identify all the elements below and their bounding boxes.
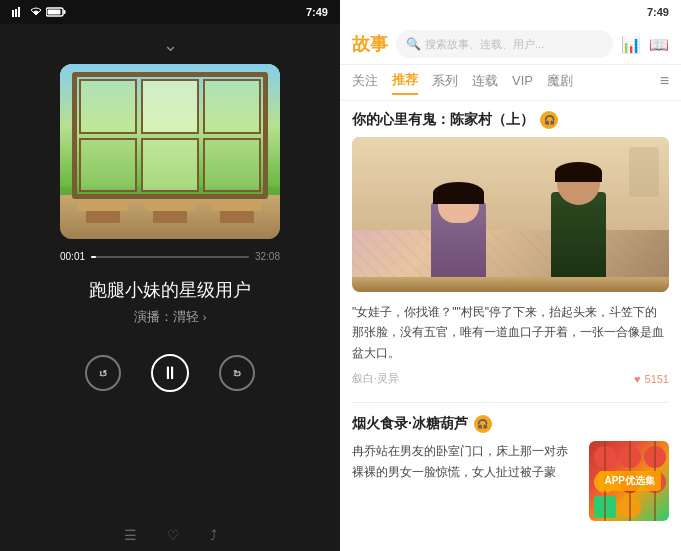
- header-icons: 📊 📖: [621, 35, 669, 54]
- heart-icon: ♥: [634, 373, 641, 385]
- svg-rect-4: [64, 10, 66, 14]
- status-time-left: 7:49: [306, 6, 328, 18]
- status-bar-left: 7:49: [0, 0, 340, 24]
- svg-rect-1: [15, 9, 17, 17]
- svg-rect-0: [12, 10, 14, 17]
- chevron-down-icon[interactable]: ⌄: [163, 34, 178, 56]
- playback-controls: ↺ 15 ⏸ ↻ 15: [85, 354, 255, 392]
- wifi-icon: [29, 7, 43, 17]
- nav-tabs: 关注 推荐 系列 连载 VIP 魔剧 ≡: [340, 65, 681, 101]
- track-title: 跑腿小妹的星级用户: [89, 278, 251, 302]
- app-header: 故事 🔍 搜索故事、连载、用户... 📊 📖: [340, 24, 681, 65]
- search-bar[interactable]: 🔍 搜索故事、连载、用户...: [396, 30, 613, 58]
- story2-title-row: 烟火食录·冰糖葫芦 🎧: [352, 415, 669, 433]
- story2-title[interactable]: 烟火食录·冰糖葫芦: [352, 415, 468, 433]
- status-icons-left: [12, 7, 66, 17]
- story1-genre: 叙白·灵异: [352, 371, 399, 386]
- status-time-right: 7:49: [647, 6, 669, 18]
- app-logo[interactable]: 故事: [352, 32, 388, 56]
- battery-icon: [46, 7, 66, 17]
- bookshelf-icon[interactable]: 📖: [649, 35, 669, 54]
- tab-more[interactable]: ≡: [660, 72, 669, 94]
- time-total: 32:08: [255, 251, 280, 262]
- story1-audio-badge: 🎧: [540, 111, 558, 129]
- progress-track[interactable]: [91, 256, 249, 258]
- bottom-nav-left: ☰ ♡ ⤴: [0, 527, 340, 543]
- story1-excerpt: "女娃子，你找谁？""村民"停了下来，抬起头来，斗笠下的那张脸，没有五官，唯有一…: [352, 302, 669, 363]
- narrator-label: 演播：渭轻: [134, 308, 199, 326]
- story-divider: [352, 402, 669, 403]
- forward-15-button[interactable]: ↻ 15: [219, 355, 255, 391]
- tab-serial[interactable]: 连载: [472, 72, 498, 94]
- share-icon[interactable]: ⤴: [210, 527, 217, 543]
- forward-label: 15: [233, 370, 241, 377]
- narrator-chevron-icon: ›: [203, 311, 207, 323]
- search-placeholder: 搜索故事、连载、用户...: [425, 37, 544, 52]
- time-progress-bar[interactable]: 00:01 32:08: [60, 251, 280, 262]
- story1-meta: 叙白·灵异 ♥ 5151: [352, 371, 669, 386]
- notification-icon: [12, 7, 26, 17]
- story1-like-count: 5151: [645, 373, 669, 385]
- story1-cover-scene: [352, 137, 669, 292]
- watermark: APP优选集: [598, 471, 661, 491]
- tab-series[interactable]: 系列: [432, 72, 458, 94]
- play-pause-button[interactable]: ⏸: [151, 354, 189, 392]
- right-panel: 7:49 故事 🔍 搜索故事、连载、用户... 📊 📖 关注 推荐 系列 连载 …: [340, 0, 681, 551]
- tab-vip[interactable]: VIP: [512, 73, 533, 92]
- time-current: 00:01: [60, 251, 85, 262]
- svg-rect-5: [48, 10, 61, 15]
- classroom-scene: [60, 64, 280, 239]
- list-icon[interactable]: ☰: [124, 527, 137, 543]
- search-icon: 🔍: [406, 37, 421, 51]
- tab-follow[interactable]: 关注: [352, 72, 378, 94]
- story1-title[interactable]: 你的心里有鬼：陈家村（上）: [352, 111, 534, 129]
- left-panel: 7:49 ⌄: [0, 0, 340, 551]
- story1-title-row: 你的心里有鬼：陈家村（上） 🎧: [352, 111, 669, 129]
- story2-excerpt: 冉乔站在男友的卧室门口，床上那一对赤裸裸的男女一脸惊慌，女人扯过被子蒙: [352, 441, 579, 521]
- rewind-label: 15: [99, 370, 107, 377]
- tab-recommend[interactable]: 推荐: [392, 71, 418, 95]
- heart-icon[interactable]: ♡: [167, 527, 180, 543]
- pause-icon: ⏸: [161, 363, 179, 384]
- story1-likes: ♥ 5151: [634, 373, 669, 385]
- rewind-15-button[interactable]: ↺ 15: [85, 355, 121, 391]
- story2-audio-badge: 🎧: [474, 415, 492, 433]
- story1-cover[interactable]: [352, 137, 669, 292]
- ranking-icon[interactable]: 📊: [621, 35, 641, 54]
- album-art: [60, 64, 280, 239]
- svg-rect-2: [18, 7, 20, 17]
- tab-drama[interactable]: 魔剧: [547, 72, 573, 94]
- progress-fill: [91, 256, 96, 258]
- track-narrator[interactable]: 演播：渭轻 ›: [134, 308, 207, 326]
- status-bar-right: 7:49: [340, 0, 681, 24]
